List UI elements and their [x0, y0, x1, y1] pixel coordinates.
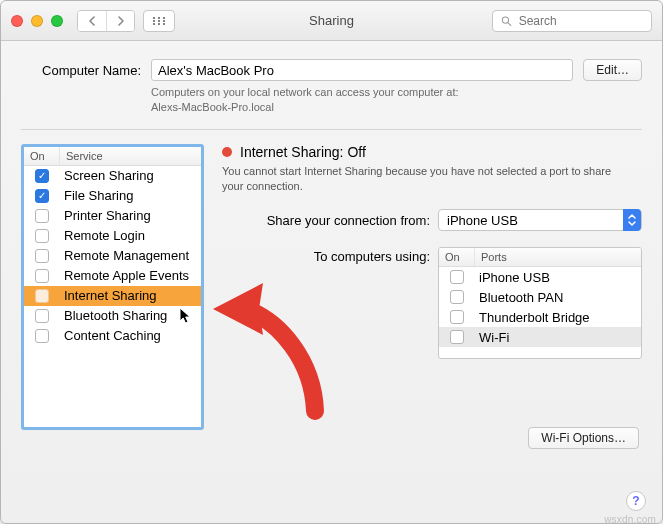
- svg-point-1: [158, 16, 160, 18]
- search-icon: [501, 15, 512, 27]
- service-label: Remote Management: [60, 248, 201, 263]
- service-label: Content Caching: [60, 328, 201, 343]
- ports-list[interactable]: On Ports iPhone USBBluetooth PANThunderb…: [438, 247, 642, 359]
- services-rows: ✓Screen Sharing✓File SharingPrinter Shar…: [24, 166, 201, 346]
- main-area: On Service ✓Screen Sharing✓File SharingP…: [1, 130, 662, 523]
- status-dot-off-icon: [222, 147, 232, 157]
- grid-icon: [152, 16, 166, 26]
- port-row[interactable]: iPhone USB: [439, 267, 641, 287]
- service-checkbox[interactable]: [35, 289, 49, 303]
- ports-col-ports: Ports: [475, 248, 641, 266]
- service-row[interactable]: Remote Management: [24, 246, 201, 266]
- svg-point-2: [163, 16, 165, 18]
- port-label: Bluetooth PAN: [475, 290, 641, 305]
- svg-point-7: [158, 22, 160, 24]
- port-checkbox[interactable]: [450, 310, 464, 324]
- port-checkbox[interactable]: [450, 290, 464, 304]
- services-header: On Service: [24, 147, 201, 166]
- edit-computer-name-button[interactable]: Edit…: [583, 59, 642, 81]
- sharing-prefs-window: Sharing Computer Name: Computers on your…: [0, 0, 663, 524]
- computer-name-hint-line1: Computers on your local network can acce…: [151, 86, 459, 98]
- service-row[interactable]: Remote Apple Events: [24, 266, 201, 286]
- share-from-value: iPhone USB: [447, 213, 518, 228]
- service-label: Internet Sharing: [60, 288, 201, 303]
- svg-point-0: [153, 16, 155, 18]
- service-checkbox[interactable]: ✓: [35, 189, 49, 203]
- services-list[interactable]: On Service ✓Screen Sharing✓File SharingP…: [21, 144, 204, 430]
- dropdown-arrows-icon: [623, 209, 641, 231]
- nav-back-button[interactable]: [78, 10, 106, 32]
- nav-forward-button[interactable]: [106, 10, 134, 32]
- computer-name-hint: Computers on your local network can acce…: [151, 85, 573, 115]
- zoom-window-button[interactable]: [51, 15, 63, 27]
- show-all-button[interactable]: [143, 10, 175, 32]
- port-row[interactable]: Wi-Fi: [439, 327, 641, 347]
- service-checkbox[interactable]: [35, 229, 49, 243]
- ports-header: On Ports: [439, 248, 641, 267]
- port-row[interactable]: Bluetooth PAN: [439, 287, 641, 307]
- service-label: Remote Apple Events: [60, 268, 201, 283]
- search-field[interactable]: [492, 10, 652, 32]
- help-button[interactable]: ?: [626, 491, 646, 511]
- nav-back-forward: [77, 10, 135, 32]
- svg-point-4: [158, 19, 160, 21]
- services-col-on: On: [24, 147, 60, 165]
- port-row[interactable]: Thunderbolt Bridge: [439, 307, 641, 327]
- port-checkbox[interactable]: [450, 270, 464, 284]
- computer-name-input[interactable]: [151, 59, 573, 81]
- port-label: iPhone USB: [475, 270, 641, 285]
- to-computers-using-label: To computers using:: [222, 247, 430, 264]
- service-checkbox[interactable]: [35, 309, 49, 323]
- services-col-service: Service: [60, 147, 201, 165]
- service-row[interactable]: Content Caching: [24, 326, 201, 346]
- port-label: Wi-Fi: [475, 330, 641, 345]
- close-window-button[interactable]: [11, 15, 23, 27]
- computer-name-hint-line2: Alexs-MacBook-Pro.local: [151, 101, 274, 113]
- ports-rows: iPhone USBBluetooth PANThunderbolt Bridg…: [439, 267, 641, 347]
- service-row[interactable]: Internet Sharing: [24, 286, 201, 306]
- service-row[interactable]: Bluetooth Sharing: [24, 306, 201, 326]
- service-label: File Sharing: [60, 188, 201, 203]
- svg-point-6: [153, 22, 155, 24]
- status-title: Internet Sharing: Off: [240, 144, 366, 160]
- svg-line-10: [508, 22, 511, 25]
- service-label: Screen Sharing: [60, 168, 201, 183]
- port-label: Thunderbolt Bridge: [475, 310, 641, 325]
- share-from-label: Share your connection from:: [222, 213, 430, 228]
- edit-button-wrap: Edit…: [583, 59, 642, 81]
- status-warning: You cannot start Internet Sharing becaus…: [222, 164, 622, 194]
- minimize-window-button[interactable]: [31, 15, 43, 27]
- share-from-dropdown[interactable]: iPhone USB: [438, 209, 642, 231]
- service-row[interactable]: ✓File Sharing: [24, 186, 201, 206]
- chevron-right-icon: [117, 16, 125, 26]
- service-row[interactable]: ✓Screen Sharing: [24, 166, 201, 186]
- watermark-text: wsxdn.com: [604, 514, 656, 524]
- service-detail: Internet Sharing: Off You cannot start I…: [222, 144, 642, 507]
- ports-col-on: On: [439, 248, 475, 266]
- service-checkbox[interactable]: ✓: [35, 169, 49, 183]
- wifi-options-button[interactable]: Wi-Fi Options…: [528, 427, 639, 449]
- window-controls: [11, 15, 63, 27]
- computer-name-row: Computer Name: Computers on your local n…: [1, 41, 662, 121]
- service-checkbox[interactable]: [35, 249, 49, 263]
- service-label: Remote Login: [60, 228, 201, 243]
- service-checkbox[interactable]: [35, 329, 49, 343]
- computer-name-label: Computer Name:: [21, 59, 141, 78]
- svg-point-5: [163, 19, 165, 21]
- titlebar: Sharing: [1, 1, 662, 41]
- service-checkbox[interactable]: [35, 209, 49, 223]
- computer-name-column: Computers on your local network can acce…: [151, 59, 573, 115]
- service-label: Bluetooth Sharing: [60, 308, 201, 323]
- chevron-left-icon: [88, 16, 96, 26]
- port-checkbox[interactable]: [450, 330, 464, 344]
- service-checkbox[interactable]: [35, 269, 49, 283]
- status-line: Internet Sharing: Off: [222, 144, 642, 160]
- share-from-row: Share your connection from: iPhone USB: [222, 209, 642, 231]
- search-input[interactable]: [517, 13, 643, 29]
- svg-point-3: [153, 19, 155, 21]
- service-row[interactable]: Remote Login: [24, 226, 201, 246]
- ports-row: To computers using: On Ports iPhone USBB…: [222, 247, 642, 359]
- svg-point-8: [163, 22, 165, 24]
- svg-point-9: [502, 17, 508, 23]
- service-row[interactable]: Printer Sharing: [24, 206, 201, 226]
